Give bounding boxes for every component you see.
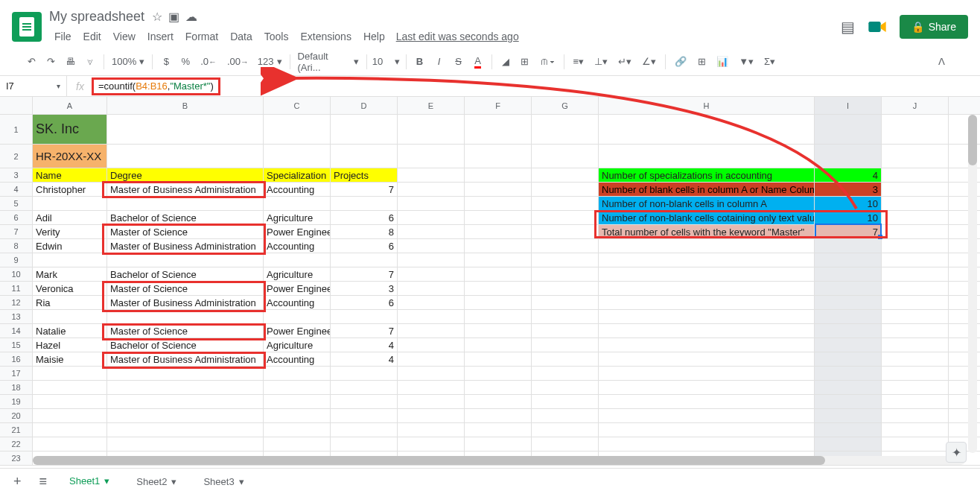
cell-G1[interactable] bbox=[532, 115, 599, 144]
cell-A2[interactable]: HR-20XX-XX bbox=[33, 145, 107, 168]
fx-icon: fx bbox=[67, 80, 93, 92]
col-header-I[interactable]: I bbox=[815, 97, 882, 114]
star-icon[interactable]: ☆ bbox=[152, 10, 162, 24]
row-3: 3 Name Degree Specialization Projects Nu… bbox=[0, 168, 980, 183]
increase-decimal-button[interactable]: .00→ bbox=[223, 52, 253, 72]
menu-edit[interactable]: Edit bbox=[78, 28, 106, 45]
sheet-tab-3[interactable]: Sheet3▾ bbox=[191, 470, 255, 488]
row-15: 15 Hazel Bachelor of Science Agriculture… bbox=[0, 338, 980, 352]
halign-button[interactable]: ≡▾ bbox=[569, 52, 589, 72]
font-select[interactable]: Default (Ari...▾ bbox=[295, 51, 362, 73]
col-header-C[interactable]: C bbox=[264, 97, 331, 114]
add-sheet-button[interactable]: + bbox=[6, 469, 29, 488]
sheet-tab-1[interactable]: Sheet1▾ bbox=[57, 469, 121, 488]
redo-button[interactable]: ↷ bbox=[42, 52, 60, 72]
number-format-select[interactable]: 123▾ bbox=[255, 56, 285, 67]
name-box[interactable]: I7▾ bbox=[0, 76, 67, 96]
vertical-scrollbar[interactable] bbox=[968, 115, 977, 453]
cell-D1[interactable] bbox=[331, 115, 398, 144]
text-color-button[interactable]: A bbox=[469, 52, 487, 72]
col-header-A[interactable]: A bbox=[33, 97, 107, 114]
row-1: 1 SK. Inc bbox=[0, 115, 980, 145]
currency-button[interactable]: $ bbox=[157, 52, 175, 72]
wrap-button[interactable]: ↵▾ bbox=[614, 52, 636, 72]
spreadsheet-grid[interactable]: A B C D E F G H I J 1 SK. Inc 2 HR-20XX-… bbox=[0, 97, 980, 468]
row-13: 13 bbox=[0, 310, 980, 324]
select-all-corner[interactable] bbox=[0, 97, 33, 114]
rotate-button[interactable]: ∠▾ bbox=[637, 52, 661, 72]
formula-input[interactable]: =countif(B4:B16,"Master*") bbox=[98, 80, 214, 92]
document-title[interactable]: My spreadsheet bbox=[49, 9, 144, 25]
cell-H1[interactable] bbox=[599, 115, 815, 144]
menu-data[interactable]: Data bbox=[225, 28, 258, 45]
cell-C1[interactable] bbox=[264, 115, 331, 144]
col-header-G[interactable]: G bbox=[532, 97, 599, 114]
toolbar: ↶ ↷ 🖶 ⟇ 100%▾ $ % .0← .00→ 123▾ Default … bbox=[0, 48, 980, 76]
col-header-D[interactable]: D bbox=[331, 97, 398, 114]
cell-A1[interactable]: SK. Inc bbox=[33, 115, 107, 144]
cloud-icon[interactable]: ☁ bbox=[185, 10, 197, 24]
cell-J1[interactable] bbox=[882, 115, 949, 144]
row-16: 16 Maisie Master of Business Administrat… bbox=[0, 352, 980, 367]
comment-button[interactable]: ⊞ bbox=[693, 52, 710, 72]
row-6: 6 Adil Bachelor of Science Agriculture 6… bbox=[0, 211, 980, 225]
row-header-2[interactable]: 2 bbox=[0, 145, 33, 168]
percent-button[interactable]: % bbox=[176, 52, 194, 72]
cell-I7[interactable]: 7 bbox=[815, 225, 882, 238]
zoom-select[interactable]: 100%▾ bbox=[109, 56, 147, 67]
filter-button[interactable]: ▼▾ bbox=[734, 52, 758, 72]
explore-button[interactable]: ✦ bbox=[946, 442, 967, 463]
undo-button[interactable]: ↶ bbox=[22, 52, 40, 72]
valign-button[interactable]: ⊥▾ bbox=[590, 52, 612, 72]
formula-bar: I7▾ fx =countif(B4:B16,"Master*") bbox=[0, 76, 980, 97]
sheets-logo[interactable] bbox=[12, 12, 42, 42]
move-icon[interactable]: ▣ bbox=[168, 10, 179, 24]
menu-view[interactable]: View bbox=[108, 28, 141, 45]
menu-file[interactable]: File bbox=[49, 28, 77, 45]
col-header-H[interactable]: H bbox=[599, 97, 815, 114]
col-header-F[interactable]: F bbox=[465, 97, 532, 114]
expand-toolbar-button[interactable]: ᐱ bbox=[932, 52, 950, 72]
functions-button[interactable]: Σ▾ bbox=[760, 52, 780, 72]
cell-B1[interactable] bbox=[107, 115, 264, 144]
col-header-B[interactable]: B bbox=[107, 97, 264, 114]
row-header-1[interactable]: 1 bbox=[0, 115, 33, 144]
cell-I1[interactable] bbox=[815, 115, 882, 144]
menu-insert[interactable]: Insert bbox=[142, 28, 179, 45]
link-button[interactable]: 🔗 bbox=[670, 52, 691, 72]
merge-button[interactable]: ⫙▾ bbox=[535, 52, 559, 72]
row-11: 11 Veronica Master of Science Power Engi… bbox=[0, 282, 980, 296]
col-header-J[interactable]: J bbox=[882, 97, 949, 114]
all-sheets-button[interactable]: ≡ bbox=[32, 469, 55, 488]
share-button[interactable]: 🔒 Share bbox=[900, 15, 968, 39]
menu-format[interactable]: Format bbox=[180, 28, 223, 45]
chart-button[interactable]: 📊 bbox=[712, 52, 733, 72]
bold-button[interactable]: B bbox=[411, 52, 429, 72]
menu-help[interactable]: Help bbox=[358, 28, 390, 45]
menu-tools[interactable]: Tools bbox=[259, 28, 294, 45]
horizontal-scrollbar[interactable] bbox=[33, 456, 965, 465]
cell-F1[interactable] bbox=[465, 115, 532, 144]
strike-button[interactable]: S bbox=[450, 52, 468, 72]
col-header-E[interactable]: E bbox=[398, 97, 465, 114]
fontsize-select[interactable]: 10▾ bbox=[372, 56, 401, 67]
comments-icon[interactable]: ▤ bbox=[841, 18, 855, 36]
print-button[interactable]: 🖶 bbox=[61, 52, 80, 72]
menu-extensions[interactable]: Extensions bbox=[295, 28, 356, 45]
grid-rows: 1 SK. Inc 2 HR-20XX-XX 3 Name Degree Spe… bbox=[0, 115, 980, 466]
lock-icon: 🔒 bbox=[911, 21, 924, 33]
column-headers: A B C D E F G H I J bbox=[0, 97, 980, 115]
sheet-tab-2[interactable]: Sheet2▾ bbox=[124, 470, 188, 488]
paint-format-button[interactable]: ⟇ bbox=[81, 52, 99, 72]
decrease-decimal-button[interactable]: .0← bbox=[196, 52, 221, 72]
row-10: 10 Mark Bachelor of Science Agriculture … bbox=[0, 267, 980, 282]
italic-button[interactable]: I bbox=[430, 52, 448, 72]
cell-E1[interactable] bbox=[398, 115, 465, 144]
last-edit[interactable]: Last edit was seconds ago bbox=[396, 28, 519, 45]
row-4: 4 Christopher Master of Business Adminis… bbox=[0, 183, 980, 197]
fill-color-button[interactable]: ◢ bbox=[497, 52, 515, 72]
meet-icon[interactable] bbox=[867, 16, 888, 37]
cell-H7[interactable]: Total number of cells with the keyword "… bbox=[599, 225, 815, 238]
borders-button[interactable]: ⊞ bbox=[516, 52, 534, 72]
svg-rect-0 bbox=[868, 22, 880, 32]
